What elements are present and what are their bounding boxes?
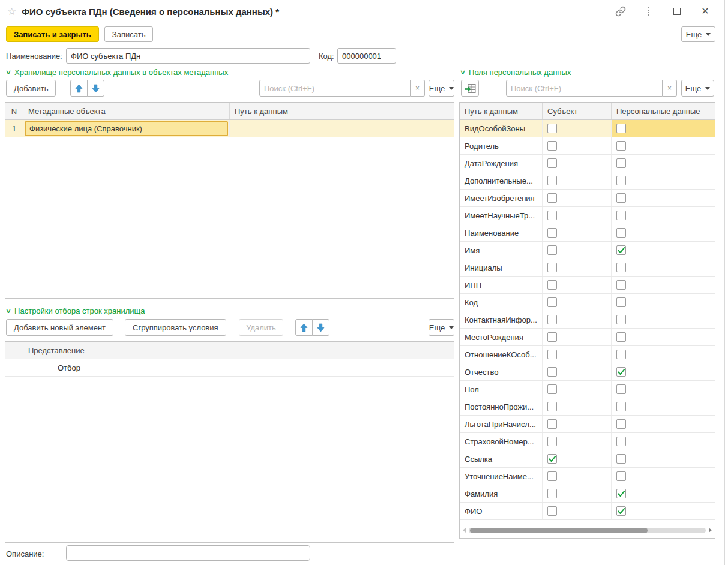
subject-checkbox[interactable] — [547, 263, 557, 272]
search-clear-icon[interactable]: × — [411, 80, 425, 97]
form-more-button[interactable]: Еще — [681, 26, 715, 42]
subject-checkbox[interactable] — [547, 228, 557, 238]
link-icon[interactable] — [615, 5, 627, 17]
group-conditions-button[interactable]: Сгруппировать условия — [125, 319, 226, 336]
table-row[interactable]: ИмеетНаучныеТр... — [460, 207, 715, 224]
column-header-datapath[interactable]: Путь к данным — [230, 103, 454, 119]
subject-checkbox[interactable] — [547, 367, 557, 377]
add-new-element-button[interactable]: Добавить новый элемент — [6, 319, 113, 336]
table-row[interactable]: УточнениеНаиме... — [460, 468, 715, 485]
subject-checkbox[interactable] — [547, 211, 557, 220]
table-row[interactable]: Фамилия — [460, 485, 715, 503]
table-row[interactable]: СтраховойНомер... — [460, 433, 715, 450]
save-and-close-button[interactable]: Записать и закрыть — [6, 26, 99, 42]
close-icon[interactable]: ✕ — [699, 5, 711, 17]
table-row[interactable]: Отчество — [460, 363, 715, 381]
personal-data-checkbox[interactable] — [616, 350, 626, 359]
subject-checkbox[interactable] — [547, 332, 557, 342]
scrollbar-track[interactable] — [469, 528, 706, 533]
favorite-star-icon[interactable]: ☆ — [7, 7, 16, 17]
table-row[interactable]: Родитель — [460, 137, 715, 155]
table-row[interactable]: ИмеетИзобретения — [460, 190, 715, 207]
table-row[interactable]: КонтактнаяИнфор... — [460, 311, 715, 329]
personal-data-checkbox[interactable] — [616, 124, 626, 133]
subject-checkbox[interactable] — [547, 245, 557, 255]
subject-checkbox[interactable] — [547, 454, 557, 464]
table-row[interactable]: ФИО — [460, 503, 715, 520]
column-header-metadata[interactable]: Метаданные объекта — [23, 103, 230, 119]
description-input[interactable] — [66, 545, 310, 561]
scrollbar-thumb[interactable] — [470, 528, 648, 533]
fields-search-input[interactable] — [506, 80, 663, 97]
move-down-button[interactable] — [87, 80, 104, 97]
personal-data-checkbox[interactable] — [616, 193, 626, 203]
storage-more-button[interactable]: Еще — [429, 80, 454, 97]
personal-data-checkbox[interactable] — [616, 384, 626, 394]
column-header-presentation[interactable]: Представление — [23, 342, 454, 359]
panel-splitter[interactable] — [5, 303, 454, 303]
table-row[interactable]: ДатаРождения — [460, 155, 715, 172]
subject-checkbox[interactable] — [547, 471, 557, 481]
table-row[interactable]: ПостоянноПрожи... — [460, 398, 715, 416]
window-menu-dots-icon[interactable] — [643, 5, 655, 17]
subject-checkbox[interactable] — [547, 124, 557, 133]
subject-checkbox[interactable] — [547, 176, 557, 185]
move-down-button[interactable] — [312, 319, 329, 336]
subject-checkbox[interactable] — [547, 384, 557, 394]
scroll-left-icon[interactable] — [463, 528, 466, 533]
save-button[interactable]: Записать — [104, 26, 154, 42]
presentation-cell[interactable]: Отбор — [23, 359, 454, 376]
personal-data-checkbox[interactable] — [616, 315, 626, 324]
personal-data-checkbox[interactable] — [616, 228, 626, 238]
subject-checkbox[interactable] — [547, 297, 557, 307]
table-row[interactable]: Наименование — [460, 224, 715, 242]
personal-data-checkbox[interactable] — [616, 297, 626, 307]
subject-checkbox[interactable] — [547, 350, 557, 359]
scroll-right-icon[interactable] — [709, 528, 712, 533]
table-row[interactable]: МестоРождения — [460, 329, 715, 346]
subject-checkbox[interactable] — [547, 193, 557, 203]
personal-data-checkbox[interactable] — [616, 419, 626, 429]
table-row[interactable]: ИНН — [460, 277, 715, 294]
personal-data-checkbox[interactable] — [616, 280, 626, 290]
personal-data-checkbox[interactable] — [616, 158, 626, 168]
filter-more-button[interactable]: Еще — [429, 319, 454, 336]
personal-data-checkbox[interactable] — [616, 489, 626, 498]
subject-checkbox[interactable] — [547, 506, 557, 516]
column-header-selector[interactable] — [5, 342, 23, 359]
move-up-button[interactable] — [70, 80, 88, 97]
metadata-cell[interactable]: Физические лица (Справочник) — [23, 120, 230, 137]
table-row[interactable]: Отбор — [5, 359, 454, 377]
table-row[interactable]: Имя — [460, 242, 715, 259]
subject-checkbox[interactable] — [547, 489, 557, 498]
column-header-personal-data[interactable]: Персональные данные — [612, 103, 715, 119]
table-row[interactable]: Код — [460, 294, 715, 311]
table-row[interactable]: Дополнительные... — [460, 172, 715, 190]
delete-button[interactable]: Удалить — [239, 319, 283, 336]
personal-data-checkbox[interactable] — [616, 176, 626, 185]
subject-checkbox[interactable] — [547, 437, 557, 446]
personal-data-checkbox[interactable] — [616, 506, 626, 516]
subject-checkbox[interactable] — [547, 315, 557, 324]
column-header-n[interactable]: N — [5, 103, 23, 119]
search-clear-icon[interactable]: × — [663, 80, 677, 97]
storage-section-header[interactable]: ∨ Хранилище персональных данных в объект… — [6, 68, 228, 77]
table-row[interactable]: Пол — [460, 381, 715, 398]
personal-data-checkbox[interactable] — [616, 402, 626, 411]
table-row[interactable]: 1 Физические лица (Справочник) — [5, 120, 454, 137]
table-row[interactable]: Инициалы — [460, 259, 715, 277]
table-row[interactable]: ВидОсобойЗоны — [460, 120, 715, 137]
name-input[interactable] — [66, 48, 310, 64]
personal-data-checkbox[interactable] — [616, 263, 626, 272]
personal-data-checkbox[interactable] — [616, 211, 626, 220]
fill-table-icon[interactable] — [461, 80, 479, 97]
subject-checkbox[interactable] — [547, 402, 557, 411]
personal-data-checkbox[interactable] — [616, 471, 626, 481]
personal-data-checkbox[interactable] — [616, 437, 626, 446]
personal-data-checkbox[interactable] — [616, 245, 626, 255]
datapath-cell[interactable] — [230, 120, 454, 137]
move-up-button[interactable] — [295, 319, 313, 336]
column-header-subject[interactable]: Субъект — [543, 103, 612, 119]
storage-search-input[interactable] — [259, 80, 411, 97]
horizontal-scrollbar[interactable] — [463, 527, 712, 534]
